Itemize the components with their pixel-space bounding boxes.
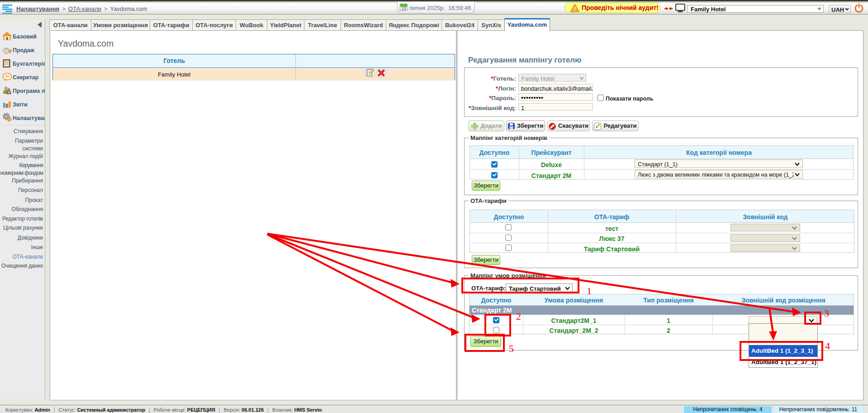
svg-text:1: 1 bbox=[587, 285, 592, 297]
svg-text:3: 3 bbox=[824, 307, 829, 319]
svg-text:4: 4 bbox=[825, 340, 830, 351]
svg-text:2: 2 bbox=[516, 311, 521, 322]
svg-text:5: 5 bbox=[509, 343, 514, 354]
